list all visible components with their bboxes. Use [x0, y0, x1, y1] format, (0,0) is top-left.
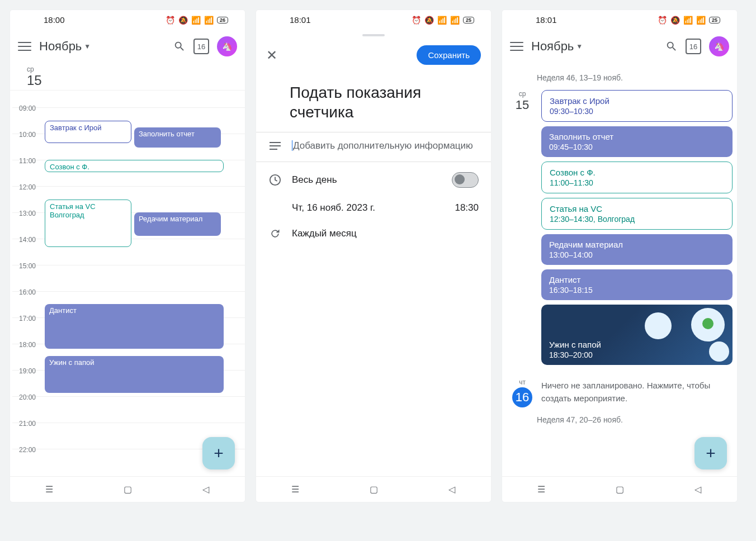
day-header: ср 15	[10, 63, 245, 91]
nav-home-icon[interactable]: ▢	[121, 483, 134, 496]
battery-icon: 25	[463, 17, 474, 23]
event-card-sozvon[interactable]: Созвон с Ф. 11:00–11:30	[541, 162, 733, 193]
nav-recents-icon[interactable]: ☰	[289, 483, 301, 496]
android-navbar: ☰ ▢ ◁	[256, 476, 491, 502]
event-dantist[interactable]: Дантист	[45, 304, 224, 349]
menu-button[interactable]	[18, 42, 31, 51]
event-redachim[interactable]: Редачим материал	[134, 212, 221, 236]
chevron-down-icon: ▼	[576, 42, 583, 50]
menu-button[interactable]	[510, 42, 523, 51]
hour-label: 15:00	[12, 262, 44, 270]
hour-label: 09:00	[12, 105, 44, 112]
weekday-label: ср	[27, 65, 42, 73]
dnd-icon: 🔕	[424, 16, 434, 25]
wifi-icon: 📶	[683, 16, 693, 25]
date-column-selected: чт 16	[511, 378, 533, 407]
fab-create-button[interactable]: +	[694, 437, 727, 469]
repeat-row[interactable]: Каждый месяц	[256, 220, 491, 247]
status-icons: ⏰ 🔕 📶 📶 26	[166, 16, 228, 25]
signal-icon: 📶	[450, 16, 460, 25]
date-label: Чт, 16 нояб. 2023 г.	[292, 202, 375, 213]
signal-icon: 📶	[696, 16, 706, 25]
nav-home-icon[interactable]: ▢	[367, 483, 380, 496]
event-card-uzhin[interactable]: Ужин с папой 18:30–20:00	[541, 305, 733, 365]
event-zavtrak[interactable]: Завтрак с Ирой	[45, 121, 131, 143]
event-card-redachim[interactable]: Редачим материал 13:00–14:00	[541, 234, 733, 265]
save-button[interactable]: Сохранить	[417, 45, 481, 65]
hour-label: 19:00	[12, 367, 44, 375]
events-column: Завтрак с Ирой 09:30–10:30 Заполнить отч…	[541, 90, 733, 365]
hour-label: 12:00	[12, 183, 44, 191]
schedule-content[interactable]: Неделя 46, 13–19 нояб. ср 15 Завтрак с И…	[502, 63, 737, 476]
android-navbar: ☰ ▢ ◁	[10, 476, 245, 502]
create-top-bar: ✕ Сохранить	[256, 36, 491, 74]
alarm-icon: ⏰	[412, 16, 421, 25]
today-button[interactable]: 16	[686, 39, 701, 54]
avatar-button[interactable]	[709, 36, 729, 56]
week-label: Неделя 47, 20–26 нояб.	[502, 407, 737, 432]
event-card-otchet[interactable]: Заполнить отчет 09:45–10:30	[541, 126, 733, 157]
hour-label: 17:00	[12, 315, 44, 322]
close-button[interactable]: ✕	[266, 48, 277, 63]
month-dropdown[interactable]: Ноябрь ▼	[39, 39, 91, 54]
wifi-icon: 📶	[191, 16, 201, 25]
status-time: 18:00	[44, 15, 65, 25]
clock-icon	[268, 174, 282, 186]
timeline[interactable]: 09:00 10:00 11:00 12:00 13:00 14:00 15:0…	[10, 91, 245, 475]
day-content: ср 15 09:00 10:00 11:00 12:00 13:00 14:0…	[10, 63, 245, 476]
datetime-row[interactable]: Чт, 16 нояб. 2023 г. 18:30	[256, 196, 491, 220]
event-otchet[interactable]: Заполнить отчет	[134, 127, 221, 148]
dnd-icon: 🔕	[178, 16, 188, 25]
allday-row: Весь день	[256, 164, 491, 196]
description-placeholder: Добавить дополнительную информацию	[292, 140, 479, 151]
hour-label: 10:00	[12, 131, 44, 139]
empty-day-hint[interactable]: Ничего не запланировано. Нажмите, чтобы …	[541, 378, 733, 405]
wifi-icon: 📶	[437, 16, 447, 25]
nav-home-icon[interactable]: ▢	[613, 483, 626, 496]
event-card-vc[interactable]: Статья на VC 12:30–14:30, Волгоград	[541, 198, 733, 230]
today-button[interactable]: 16	[193, 39, 209, 54]
avatar-button[interactable]	[217, 36, 237, 56]
hour-label: 14:00	[12, 236, 44, 244]
status-bar: 18:00 ⏰ 🔕 📶 📶 26	[10, 10, 245, 30]
fab-create-button[interactable]: +	[202, 437, 235, 469]
time-label: 18:30	[455, 202, 479, 213]
nav-back-icon[interactable]: ◁	[692, 483, 704, 496]
week-label: Неделя 46, 13–19 нояб.	[502, 63, 737, 90]
nav-recents-icon[interactable]: ☰	[43, 483, 55, 496]
app-top-bar: Ноябрь ▼ 16	[10, 30, 245, 63]
status-bar: 18:01 ⏰ 🔕 📶 📶 25	[256, 10, 491, 30]
phone-day-view: 18:00 ⏰ 🔕 📶 📶 26 Ноябрь ▼ 16 ср 15	[10, 10, 245, 502]
hour-label: 16:00	[12, 288, 44, 296]
allday-label: Весь день	[292, 174, 442, 186]
description-row[interactable]: Добавить дополнительную информацию	[256, 132, 491, 159]
schedule-day-16: чт 16 Ничего не запланировано. Нажмите, …	[502, 378, 737, 407]
nav-back-icon[interactable]: ◁	[200, 483, 212, 496]
repeat-label: Каждый месяц	[292, 228, 479, 239]
hour-label: 22:00	[12, 446, 44, 454]
month-dropdown[interactable]: Ноябрь ▼	[531, 39, 583, 54]
android-navbar: ☰ ▢ ◁	[502, 476, 737, 502]
event-vc[interactable]: Статья на VC Волгоград	[45, 200, 131, 247]
search-button[interactable]	[665, 40, 678, 53]
repeat-icon	[268, 228, 282, 239]
phone-schedule-view: 18:01 ⏰ 🔕 📶 📶 25 Ноябрь ▼ 16 Неделя 46, …	[502, 10, 737, 502]
dnd-icon: 🔕	[670, 16, 680, 25]
event-sozvon[interactable]: Созвон с Ф.	[45, 160, 224, 172]
event-card-zavtrak[interactable]: Завтрак с Ирой 09:30–10:30	[541, 90, 733, 122]
event-card-dantist[interactable]: Дантист 16:30–18:15	[541, 269, 733, 300]
daynum-label: 15	[27, 73, 42, 88]
battery-icon: 26	[217, 17, 228, 23]
nav-recents-icon[interactable]: ☰	[535, 483, 547, 496]
event-title-input[interactable]: Подать показания счетчика	[256, 74, 491, 132]
hour-label: 11:00	[12, 157, 44, 165]
event-uzhin[interactable]: Ужин с папой	[45, 356, 224, 393]
nav-back-icon[interactable]: ◁	[446, 483, 458, 496]
allday-toggle[interactable]	[452, 172, 479, 188]
hour-label: 18:00	[12, 341, 44, 349]
notes-icon	[268, 142, 282, 150]
search-button[interactable]	[173, 40, 186, 53]
month-label: Ноябрь	[531, 39, 574, 54]
hour-label: 20:00	[12, 393, 44, 401]
status-time: 18:01	[536, 15, 557, 25]
